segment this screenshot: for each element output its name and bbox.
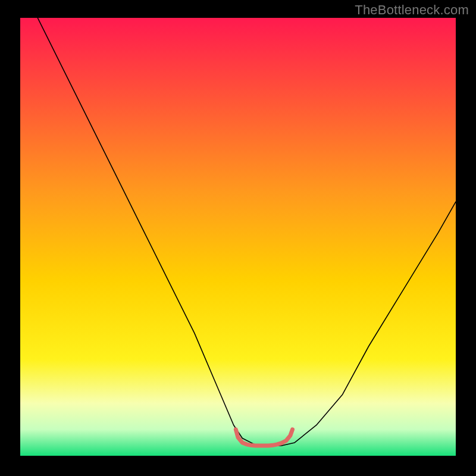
chart-frame: TheBottleneck.com: [0, 0, 476, 476]
chart-svg: [20, 18, 456, 456]
chart-background-gradient: [20, 18, 456, 456]
chart-plot-area: [20, 18, 456, 456]
watermark-label: TheBottleneck.com: [355, 2, 469, 18]
